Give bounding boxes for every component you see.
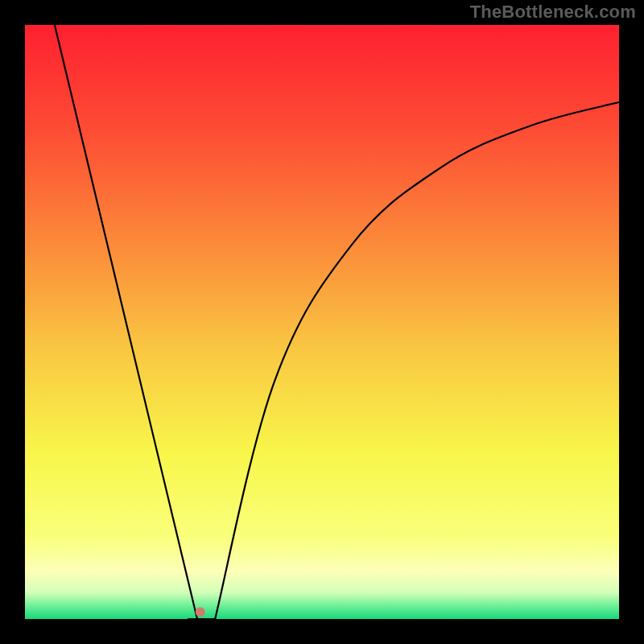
- chart-plot: [25, 25, 619, 619]
- plot-background: [25, 25, 619, 619]
- chart-frame: TheBottleneck.com: [0, 0, 644, 644]
- watermark-text: TheBottleneck.com: [470, 2, 636, 23]
- minimum-marker: [196, 607, 205, 617]
